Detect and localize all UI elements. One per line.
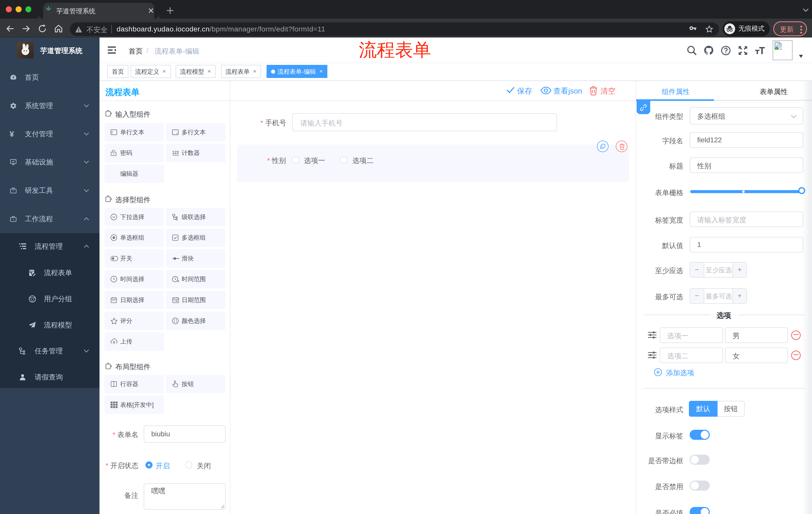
svg-text:123: 123 xyxy=(172,151,179,155)
